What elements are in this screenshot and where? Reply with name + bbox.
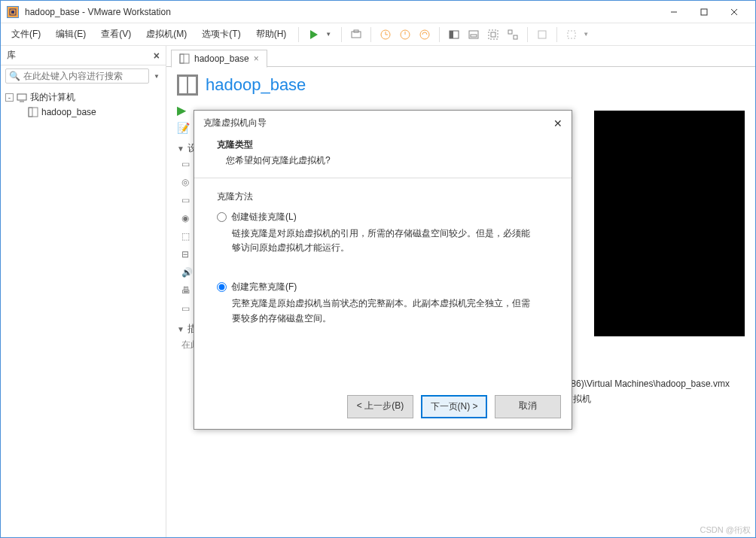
chevron-down-icon[interactable]: ▼ xyxy=(322,31,334,38)
next-button[interactable]: 下一页(N) > xyxy=(421,395,487,418)
svg-marker-6 xyxy=(310,30,318,39)
svg-rect-30 xyxy=(180,54,184,63)
view-single-icon[interactable] xyxy=(446,26,462,43)
back-button[interactable]: < 上一步(B) xyxy=(347,395,413,418)
window-title: hadoop_base - VMware Workstation xyxy=(25,7,659,17)
tree-root[interactable]: - 我的计算机 xyxy=(5,90,161,105)
radio-linked-clone[interactable]: 创建链接克隆(L) xyxy=(217,211,549,223)
collapse-icon[interactable]: - xyxy=(5,93,14,102)
menu-help[interactable]: 帮助(H) xyxy=(250,25,293,44)
svg-rect-27 xyxy=(29,108,38,117)
radio-full-clone[interactable]: 创建完整克隆(F) xyxy=(217,281,549,293)
clock3-icon[interactable] xyxy=(416,26,433,43)
expand-icon[interactable] xyxy=(563,26,580,43)
clone-method-group-label: 克隆方法 xyxy=(217,190,549,203)
library-tree: - 我的计算机 hadoop_base xyxy=(1,87,166,122)
tab-vm[interactable]: hadoop_base × xyxy=(171,50,267,68)
svg-point-14 xyxy=(420,30,429,39)
svg-rect-28 xyxy=(29,108,32,117)
tree-root-label: 我的计算机 xyxy=(30,91,75,104)
svg-rect-3 xyxy=(701,9,707,15)
chevron-down-icon[interactable]: ▼ xyxy=(152,73,161,80)
menu-tabs[interactable]: 选项卡(T) xyxy=(196,25,246,44)
vm-icon xyxy=(28,107,38,117)
clock1-icon[interactable] xyxy=(377,26,394,43)
search-icon: 🔍 xyxy=(9,71,20,81)
svg-rect-21 xyxy=(508,30,512,34)
svg-rect-24 xyxy=(568,31,575,38)
tree-item-label: hadoop_base xyxy=(41,107,96,117)
wizard-close-button[interactable]: ✕ xyxy=(553,117,562,129)
radio-full-desc: 完整克隆是原始虚拟机当前状态的完整副本。此副本虚拟机完全独立，但需要较多的存储磁… xyxy=(217,296,533,325)
menu-file[interactable]: 文件(F) xyxy=(5,25,47,44)
radio-linked-label: 创建链接克隆(L) xyxy=(231,211,297,223)
search-input[interactable] xyxy=(23,71,145,81)
menu-vm[interactable]: 虚拟机(M) xyxy=(140,25,193,44)
clock2-icon[interactable] xyxy=(397,26,413,43)
unity-icon[interactable] xyxy=(505,26,521,43)
radio-full-label: 创建完整克隆(F) xyxy=(231,281,297,293)
triangle-down-icon: ▼ xyxy=(177,325,184,333)
fullscreen-icon[interactable] xyxy=(485,26,501,43)
radio-linked-input[interactable] xyxy=(217,212,227,222)
vm-preview xyxy=(594,111,745,336)
wizard-title: 克隆虚拟机向导 xyxy=(203,117,267,129)
sidebar: 库 × 🔍 ▼ - 我的计算机 hadoop_base xyxy=(1,46,166,537)
svg-rect-1 xyxy=(11,11,14,14)
menu-edit[interactable]: 编辑(E) xyxy=(50,25,92,44)
vm-icon xyxy=(179,53,190,64)
chevron-down-icon[interactable]: ▼ xyxy=(583,31,589,38)
svg-rect-25 xyxy=(17,94,26,100)
triangle-down-icon: ▼ xyxy=(177,144,184,153)
stretch-icon[interactable] xyxy=(534,26,550,43)
svg-rect-20 xyxy=(491,32,495,37)
vm-large-icon xyxy=(177,74,198,96)
view-thumb-icon[interactable] xyxy=(465,26,482,43)
vm-title: hadoop_base xyxy=(206,75,306,95)
menubar: 文件(F) 编辑(E) 查看(V) 虚拟机(M) 选项卡(T) 帮助(H) ▼ … xyxy=(1,23,755,46)
search-box[interactable]: 🔍 xyxy=(5,68,149,84)
radio-linked-desc: 链接克隆是对原始虚拟机的引用，所需的存储磁盘空间较少。但是，必须能够访问原始虚拟… xyxy=(217,226,533,255)
power-on-button[interactable]: ▼ xyxy=(305,26,335,44)
maximize-button[interactable] xyxy=(689,2,719,23)
sidebar-close-button[interactable]: × xyxy=(154,50,160,62)
wizard-head-title: 克隆类型 xyxy=(217,138,549,151)
svg-rect-29 xyxy=(180,54,189,63)
sidebar-title: 库 xyxy=(7,49,16,62)
titlebar: hadoop_base - VMware Workstation xyxy=(1,1,755,23)
svg-rect-16 xyxy=(450,31,453,38)
tree-item-vm[interactable]: hadoop_base xyxy=(5,105,161,119)
computer-icon xyxy=(17,93,27,103)
app-icon xyxy=(7,6,19,18)
svg-rect-19 xyxy=(489,30,498,39)
svg-rect-23 xyxy=(538,31,546,38)
watermark: CSDN @衎权 xyxy=(700,524,751,536)
svg-rect-18 xyxy=(471,35,477,37)
wizard-head-subtitle: 您希望如何克隆此虚拟机? xyxy=(217,154,549,167)
svg-rect-22 xyxy=(514,35,517,39)
clone-wizard-dialog: 克隆虚拟机向导 ✕ 克隆类型 您希望如何克隆此虚拟机? 克隆方法 创建链接克隆(… xyxy=(194,110,572,430)
cancel-button[interactable]: 取消 xyxy=(495,395,561,418)
tab-label: hadoop_base xyxy=(194,53,249,64)
tab-close-button[interactable]: × xyxy=(254,53,259,64)
minimize-button[interactable] xyxy=(659,2,689,23)
menu-view[interactable]: 查看(V) xyxy=(95,25,137,44)
close-button[interactable] xyxy=(719,2,749,23)
snapshot-button[interactable] xyxy=(348,26,364,43)
radio-full-input[interactable] xyxy=(217,282,227,292)
